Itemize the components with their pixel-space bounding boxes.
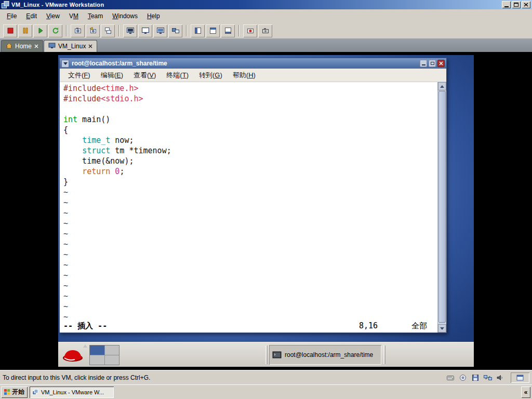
menu-windows[interactable]: Windows [108,10,142,22]
menu-view[interactable]: View [42,10,64,22]
restore-button[interactable] [512,1,521,8]
full-screen-icon [156,26,165,35]
capture-movie-icon [246,26,255,35]
menu-help[interactable]: 帮助(H) [228,69,261,82]
power-on-button[interactable] [33,24,47,37]
show-sidebar-button[interactable] [191,24,205,37]
window-list-button[interactable]: root@localhost:/arm_share/time [269,345,381,365]
vm-screen[interactable]: root@localhost:/arm_share/time 文件(F)编辑(E… [58,55,474,367]
toolbar-separator [66,25,67,36]
titlebar: VM_Linux - VMware Workstation [0,0,532,9]
show-status-bar-icon [224,26,232,35]
terminal-minimize-button[interactable] [420,60,427,67]
terminal-scrollbar[interactable] [437,82,446,332]
tilde-line: ~ [63,270,437,281]
capture-screen-button[interactable] [258,24,272,37]
vim-cursor-position: 8,16 [359,321,378,330]
scroll-down-button[interactable] [438,324,446,332]
tab-home[interactable]: Home [1,40,43,52]
terminal-menubar: 文件(F)编辑(E)查看(V)终端(T)转到(G)帮助(H) [60,69,446,82]
minimize-button[interactable] [502,1,511,8]
sound-adapter-icon[interactable] [495,373,506,382]
suspend-icon [21,26,30,35]
vm-desktop[interactable]: root@localhost:/arm_share/time 文件(F)编辑(E… [58,55,474,342]
code-line: #include<time.h> [63,83,437,94]
panel-handle[interactable] [383,345,385,364]
quick-switch-button[interactable] [168,24,182,37]
show-status-bar-button[interactable] [221,24,235,37]
taskbar-task-button[interactable]: VM_Linux - VMware W... [30,387,114,398]
panel-handle[interactable] [265,345,268,364]
menu-team[interactable]: Team [83,10,108,22]
revert-snapshot-icon [89,26,97,35]
workspace-4[interactable] [105,355,119,365]
revert-snapshot-button[interactable] [86,24,100,37]
capture-movie-button[interactable] [243,24,257,37]
start-button[interactable]: 开始 [1,387,28,398]
vmware-menubar: FileEditViewVMTeamWindowsHelp [0,9,532,23]
workspace-1[interactable] [90,345,104,355]
windows-taskbar: 开始 VM_Linux - VMware W... « [0,384,532,399]
tilde-line: ~ [63,187,437,197]
workspace-2[interactable] [105,345,119,355]
vmware-workstation-window: VM_Linux - VMware Workstation FileEditVi… [0,0,532,399]
menu-vm[interactable]: VM [64,10,83,22]
menu-edit[interactable]: Edit [21,10,42,22]
snapshot-button[interactable] [71,24,85,37]
menu-file[interactable]: File [2,10,21,22]
vmware-tools-icon [516,375,524,381]
arrow-up-icon [440,85,444,88]
chevron-down-icon [63,62,68,65]
menu-view[interactable]: 查看(V) [128,69,161,82]
red-hat-icon [61,347,84,363]
code-line [63,104,437,114]
workspace-3[interactable] [90,355,104,365]
vm-display-area[interactable]: root@localhost:/arm_share/time 文件(F)编辑(E… [0,52,532,370]
show-tabs-button[interactable] [206,24,220,37]
status-message: To direct input to this VM, click inside… [0,374,445,381]
network-adapter-icon[interactable] [483,373,493,382]
tab-vm-linux[interactable]: VM_Linux [44,40,97,52]
tab-close-icon[interactable] [88,44,92,48]
summary-view-icon [141,26,150,35]
code-line: #include<stdio.h> [63,94,437,104]
terminal-titlebar[interactable]: root@localhost:/arm_share/time [60,58,446,69]
menu-help[interactable]: Help [142,10,165,22]
tilde-line: ~ [63,281,437,291]
tab-close-icon[interactable] [34,44,38,48]
summary-view-button[interactable] [138,24,152,37]
tray-overflow-button[interactable]: « [521,387,530,398]
cd-rom-icon[interactable] [458,373,468,382]
show-sidebar-icon [194,26,202,35]
code-line: { [63,125,437,135]
terminal-maximize-button[interactable] [429,60,436,67]
vmware-tools-panel[interactable] [511,373,529,383]
suspend-button[interactable] [18,24,32,37]
menu-terminal[interactable]: 终端(T) [161,69,194,82]
power-on-icon [36,26,45,35]
menu-file[interactable]: 文件(F) [63,69,96,82]
terminal-close-button[interactable] [437,60,445,67]
tilde-line: ~ [63,229,437,239]
workspace-switcher [89,345,119,365]
full-screen-button[interactable] [153,24,167,37]
console-view-button[interactable] [123,24,137,37]
code-line: return 0; [63,166,437,177]
window-menu-button[interactable] [61,60,69,68]
power-off-button[interactable] [3,24,17,37]
gnome-panel: root@localhost:/arm_share/time [58,342,474,367]
start-label: 开始 [12,388,24,396]
scrollbar-thumb[interactable] [438,91,446,323]
terminal-code[interactable]: #include<time.h>#include<stdio.h> int ma… [60,82,437,320]
reset-button[interactable] [48,24,62,37]
close-button[interactable] [522,1,530,8]
arrow-down-icon [440,327,444,330]
hard-disk-icon[interactable] [445,373,456,382]
terminal-body: #include<time.h>#include<stdio.h> int ma… [60,82,446,332]
scroll-up-button[interactable] [438,82,446,90]
menu-edit[interactable]: 编辑(E) [96,69,128,82]
snapshot-manager-button[interactable] [101,24,115,37]
main-menu-button[interactable] [61,343,85,366]
floppy-icon[interactable] [470,373,481,382]
menu-go[interactable]: 转到(G) [194,69,228,82]
